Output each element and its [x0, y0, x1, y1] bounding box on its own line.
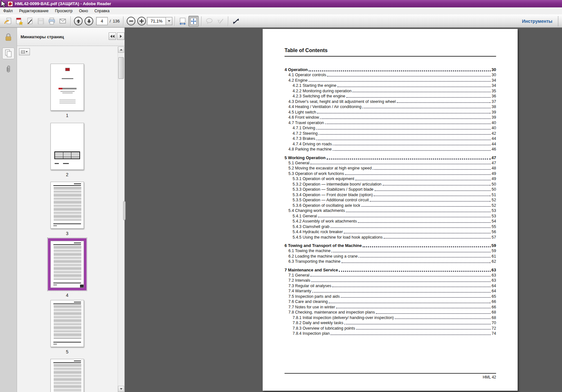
toc-entry[interactable]: 5.3.5 Operation — Additional control cir… — [285, 197, 496, 203]
toc-entry[interactable]: 5.4 Changing work attachments53 — [285, 208, 496, 214]
toc-entry[interactable]: 5.3.6 Operation of oscillating axle lock… — [285, 203, 496, 208]
toc-entry[interactable]: 4.5 Light switch39 — [285, 110, 496, 115]
toc-entry[interactable]: 7.7 Notes for use in winter66 — [285, 305, 496, 310]
scroll-up-button[interactable] — [118, 47, 124, 53]
zoom-in-button[interactable] — [137, 17, 146, 25]
tools-button[interactable]: Инструменты — [522, 19, 557, 24]
zoom-dropdown-button[interactable] — [166, 17, 172, 25]
toc-entry[interactable]: 4 Operation30 — [285, 67, 496, 72]
toc-entry[interactable]: 5.4.4 Hydraulic rock breaker56 — [285, 229, 496, 235]
toc-entry-text: 5.4.4 Hydraulic rock breaker — [285, 229, 343, 235]
toc-entry[interactable]: 5.4.3 Clamshell grab55 — [285, 224, 496, 230]
toc-leader-dots — [352, 92, 491, 92]
toc-entry[interactable]: 4.7.1 Driving40 — [285, 125, 496, 131]
page-thumbnail-2[interactable]: 2 — [50, 123, 84, 170]
toc-entry[interactable]: 5.4.1 General53 — [285, 214, 496, 219]
toc-entry[interactable]: 4.2.2 Monitoring during operation35 — [285, 88, 496, 94]
toc-entry[interactable]: 4.1 Operator controls30 — [285, 72, 496, 78]
page-thumbnail-5[interactable]: 5 — [50, 300, 84, 347]
toc-entry[interactable]: 7.8.4 Inspection plan74 — [285, 331, 496, 336]
title-bar[interactable]: HML42-0099-BAE.pdf (ЗАЩИТА) - Adobe Read… — [0, 0, 562, 7]
page-thumbnail-3[interactable]: 3 — [50, 182, 84, 229]
print-button[interactable] — [47, 16, 57, 27]
save-button[interactable] — [36, 16, 46, 27]
toc-entry[interactable]: 7.4 Warranty64 — [285, 288, 496, 294]
menu-edit[interactable]: Редактирование — [16, 7, 52, 14]
pdf-page[interactable]: Table of Contents 4 Operation304.1 Opera… — [263, 29, 518, 391]
fullscreen-button[interactable] — [231, 16, 241, 27]
toc-entry[interactable]: 7.8.2 Daily and weekly tasks70 — [285, 320, 496, 326]
toc-entry[interactable]: 7.1 General63 — [285, 273, 496, 278]
email-button[interactable] — [58, 16, 68, 27]
sign-document-button[interactable] — [25, 16, 35, 27]
online-services-button[interactable] — [14, 16, 24, 27]
page-thumbnail-1[interactable]: 1 — [50, 64, 84, 111]
toc-entry[interactable]: 6 Towing and Transport of the Machine59 — [285, 243, 496, 248]
toc-entry[interactable]: 7.6 Care and cleaning66 — [285, 299, 496, 305]
toolbar-grip-handle[interactable] — [557, 16, 559, 26]
security-lock-indicator[interactable] — [2, 32, 14, 43]
menu-file[interactable]: Файл — [0, 7, 16, 14]
toc-entry[interactable]: 5.3.3 Operation — Stabilizers / Support … — [285, 187, 496, 192]
toc-entry[interactable]: 4.3 Driver's seat, height and tilt adjus… — [285, 99, 496, 105]
zoom-out-button[interactable] — [127, 17, 135, 25]
menu-view[interactable]: Просмотр — [52, 7, 76, 14]
toc-entry[interactable]: 5.3 Operation of work functions49 — [285, 171, 496, 177]
fit-width-button[interactable] — [177, 16, 188, 27]
toc-entry[interactable]: 7.5 Inspection parts and aids65 — [285, 294, 496, 299]
toc-entry[interactable]: 4.2.3 Switching off the engine36 — [285, 94, 496, 99]
toc-entry[interactable]: 7.3 Regular oil analyses64 — [285, 283, 496, 289]
comment-button[interactable] — [204, 16, 214, 27]
toc-entry[interactable]: 4.7 Travel operation40 — [285, 120, 496, 126]
next-page-button[interactable] — [85, 17, 93, 25]
toc-entry[interactable]: 7 Maintenance and Service63 — [285, 267, 496, 273]
open-file-button[interactable] — [3, 16, 13, 27]
toc-entry[interactable]: 7.8.3 Overview of lubricating points72 — [285, 326, 496, 331]
toc-entry[interactable]: 5.4.2 Assembly of work attachments54 — [285, 219, 496, 224]
toc-entry[interactable]: 4.7.4 Driving on roads44 — [285, 141, 496, 147]
document-viewport[interactable]: Table of Contents 4 Operation304.1 Opera… — [125, 28, 562, 392]
toc-entry[interactable]: 4.8 Parking the machine46 — [285, 147, 496, 152]
toc-entry[interactable]: 5.1 General47 — [285, 160, 496, 166]
toc-entry[interactable]: 6.3 Transporting the machine62 — [285, 259, 496, 264]
toc-entry[interactable]: 5.3.4 Operation — Front dozer blade (opt… — [285, 192, 496, 198]
toc-entry[interactable]: 5.3.1 Operation of work equipment49 — [285, 176, 496, 182]
toc-entry[interactable]: 6.1 Towing the machine59 — [285, 248, 496, 254]
signature-button[interactable]: T — [215, 16, 225, 27]
triangle-down-icon — [120, 388, 122, 390]
page-number-input[interactable] — [96, 17, 108, 25]
page-separator: / — [110, 19, 111, 23]
toc-entry[interactable]: 4.7.3 Brakes44 — [285, 136, 496, 141]
toc-entry[interactable]: 7.8 Checking, maintenance and inspection… — [285, 310, 496, 315]
toc-entry[interactable]: 5.4.5 Using the machine for load hook ap… — [285, 235, 496, 240]
toc-entry[interactable]: 4.7.2 Steering42 — [285, 131, 496, 136]
toc-entry[interactable]: 4.2 Engine34 — [285, 78, 496, 83]
toc-entry[interactable]: 6.2 Loading the machine using a crane61 — [285, 254, 496, 259]
toc-entry[interactable]: 4.6 Front window39 — [285, 115, 496, 120]
attachments-panel-button[interactable] — [2, 64, 14, 75]
page-thumbnail-6[interactable] — [50, 359, 84, 392]
menu-help[interactable]: Справка — [91, 7, 113, 14]
previous-page-button[interactable] — [74, 17, 83, 25]
thumbnail-page-image[interactable] — [50, 182, 84, 229]
toc-entry[interactable]: 5.3.2 Operation — intermediate boom/ art… — [285, 182, 496, 187]
page-thumbnails-panel-button[interactable] — [2, 48, 14, 59]
toc-entry[interactable]: 4.4 Heating / Ventilation / Air conditio… — [285, 104, 496, 110]
page-thumbnail-4[interactable]: 4 — [50, 241, 84, 288]
thumbnail-page-image[interactable] — [50, 300, 84, 347]
splitter-grip-handle[interactable] — [123, 201, 126, 220]
toc-entry[interactable]: 7.8.1 Initial inspection (delivery/ hand… — [285, 315, 496, 321]
toc-entry[interactable]: 7.2 Intervals63 — [285, 278, 496, 283]
scroll-down-button[interactable] — [118, 386, 124, 392]
thumbnail-page-image[interactable] — [50, 123, 84, 170]
zoom-level-input[interactable] — [147, 17, 166, 25]
scrollbar-thumb[interactable] — [118, 57, 124, 79]
menu-window[interactable]: Окно — [76, 7, 91, 14]
thumbnail-page-image[interactable] — [50, 359, 84, 392]
thumbnail-page-image[interactable] — [50, 64, 84, 111]
thumbnail-page-image[interactable] — [50, 241, 84, 288]
toc-entry[interactable]: 5.2 Moving the excavator at high engine … — [285, 166, 496, 171]
fit-page-button[interactable] — [188, 16, 199, 27]
toc-entry[interactable]: 5 Working Operation47 — [285, 155, 496, 160]
toc-entry[interactable]: 4.2.1 Starting the engine34 — [285, 83, 496, 88]
